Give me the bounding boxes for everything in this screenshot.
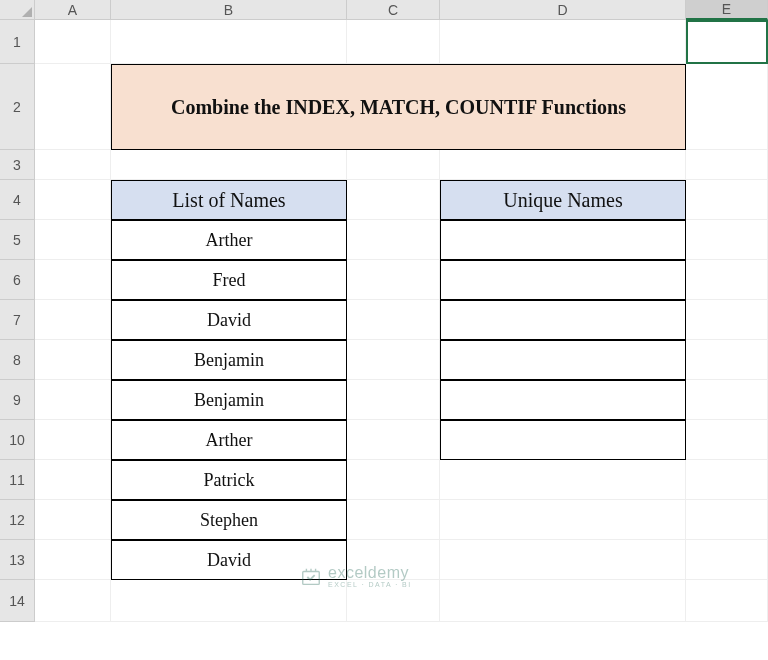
cell-e1-selected[interactable] <box>686 20 768 64</box>
cell-d14[interactable] <box>440 580 686 622</box>
cell-d11[interactable] <box>440 460 686 500</box>
unique-names-header[interactable]: Unique Names <box>440 180 686 220</box>
name-cell-b10[interactable]: Arther <box>111 420 347 460</box>
cell-a11[interactable] <box>35 460 111 500</box>
row-header-1[interactable]: 1 <box>0 20 35 64</box>
cell-c7[interactable] <box>347 300 440 340</box>
cell-c4[interactable] <box>347 180 440 220</box>
name-cell-b5[interactable]: Arther <box>111 220 347 260</box>
cell-a14[interactable] <box>35 580 111 622</box>
cell-d3[interactable] <box>440 150 686 180</box>
row-header-6[interactable]: 6 <box>0 260 35 300</box>
cell-e11[interactable] <box>686 460 768 500</box>
list-names-header[interactable]: List of Names <box>111 180 347 220</box>
cell-a2[interactable] <box>35 64 111 150</box>
cell-c14[interactable] <box>347 580 440 622</box>
row-header-10[interactable]: 10 <box>0 420 35 460</box>
unique-cell-d10[interactable] <box>440 420 686 460</box>
cell-d12[interactable] <box>440 500 686 540</box>
row-header-12[interactable]: 12 <box>0 500 35 540</box>
cell-e3[interactable] <box>686 150 768 180</box>
cell-a6[interactable] <box>35 260 111 300</box>
cell-c10[interactable] <box>347 420 440 460</box>
cell-e2[interactable] <box>686 64 768 150</box>
unique-cell-d7[interactable] <box>440 300 686 340</box>
cell-e9[interactable] <box>686 380 768 420</box>
name-cell-b12[interactable]: Stephen <box>111 500 347 540</box>
name-cell-b13[interactable]: David <box>111 540 347 580</box>
cell-c13[interactable] <box>347 540 440 580</box>
cell-d13[interactable] <box>440 540 686 580</box>
row-header-3[interactable]: 3 <box>0 150 35 180</box>
cell-c9[interactable] <box>347 380 440 420</box>
cell-a13[interactable] <box>35 540 111 580</box>
cell-c5[interactable] <box>347 220 440 260</box>
cell-c1[interactable] <box>347 20 440 64</box>
cell-e13[interactable] <box>686 540 768 580</box>
name-cell-b6[interactable]: Fred <box>111 260 347 300</box>
cell-a12[interactable] <box>35 500 111 540</box>
unique-cell-d6[interactable] <box>440 260 686 300</box>
row-header-2[interactable]: 2 <box>0 64 35 150</box>
cell-a9[interactable] <box>35 380 111 420</box>
spreadsheet-grid: A B C D E 1 2 Combine the INDEX, MATCH, … <box>0 0 768 622</box>
row-header-7[interactable]: 7 <box>0 300 35 340</box>
cell-a3[interactable] <box>35 150 111 180</box>
row-header-4[interactable]: 4 <box>0 180 35 220</box>
cell-e8[interactable] <box>686 340 768 380</box>
cell-e12[interactable] <box>686 500 768 540</box>
cell-c12[interactable] <box>347 500 440 540</box>
cell-a7[interactable] <box>35 300 111 340</box>
cell-c6[interactable] <box>347 260 440 300</box>
cell-b1[interactable] <box>111 20 347 64</box>
cell-c11[interactable] <box>347 460 440 500</box>
name-cell-b7[interactable]: David <box>111 300 347 340</box>
unique-cell-d9[interactable] <box>440 380 686 420</box>
cell-a4[interactable] <box>35 180 111 220</box>
cell-e7[interactable] <box>686 300 768 340</box>
cell-e4[interactable] <box>686 180 768 220</box>
col-header-a[interactable]: A <box>35 0 111 20</box>
cell-e14[interactable] <box>686 580 768 622</box>
cell-c8[interactable] <box>347 340 440 380</box>
name-cell-b9[interactable]: Benjamin <box>111 380 347 420</box>
cell-a1[interactable] <box>35 20 111 64</box>
cell-a5[interactable] <box>35 220 111 260</box>
name-cell-b11[interactable]: Patrick <box>111 460 347 500</box>
cell-e10[interactable] <box>686 420 768 460</box>
row-header-14[interactable]: 14 <box>0 580 35 622</box>
row-header-5[interactable]: 5 <box>0 220 35 260</box>
cell-a10[interactable] <box>35 420 111 460</box>
col-header-c[interactable]: C <box>347 0 440 20</box>
select-all-corner[interactable] <box>0 0 35 20</box>
col-header-d[interactable]: D <box>440 0 686 20</box>
unique-cell-d5[interactable] <box>440 220 686 260</box>
unique-cell-d8[interactable] <box>440 340 686 380</box>
row-header-8[interactable]: 8 <box>0 340 35 380</box>
cell-b14[interactable] <box>111 580 347 622</box>
row-header-13[interactable]: 13 <box>0 540 35 580</box>
cell-a8[interactable] <box>35 340 111 380</box>
cell-c3[interactable] <box>347 150 440 180</box>
cell-d1[interactable] <box>440 20 686 64</box>
row-header-9[interactable]: 9 <box>0 380 35 420</box>
cell-b3[interactable] <box>111 150 347 180</box>
name-cell-b8[interactable]: Benjamin <box>111 340 347 380</box>
cell-e6[interactable] <box>686 260 768 300</box>
col-header-e[interactable]: E <box>686 0 768 20</box>
cell-e5[interactable] <box>686 220 768 260</box>
title-merged-cell[interactable]: Combine the INDEX, MATCH, COUNTIF Functi… <box>111 64 686 150</box>
col-header-b[interactable]: B <box>111 0 347 20</box>
row-header-11[interactable]: 11 <box>0 460 35 500</box>
